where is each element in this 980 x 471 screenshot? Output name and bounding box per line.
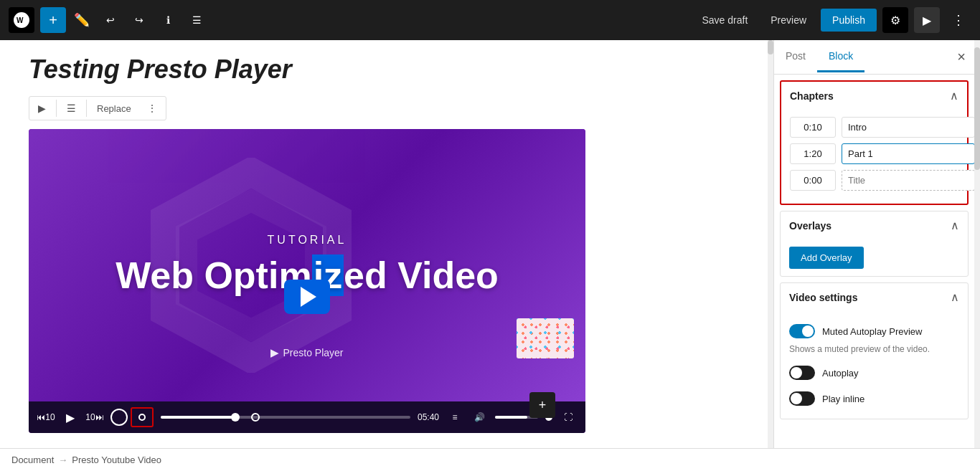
breadcrumb-document[interactable]: Document (11, 455, 54, 465)
wp-logo: W (9, 7, 34, 33)
video-player: TUTORIAL Web Optimized Video ▶ Presto Pl… (29, 129, 585, 433)
play-pause-button[interactable]: ▶ (62, 409, 79, 426)
time-display: 05:40 (418, 412, 439, 422)
chapter-3-title-input[interactable] (842, 170, 974, 191)
rewind-10-button[interactable]: ⏮10 (37, 409, 55, 426)
progress-bar[interactable] (161, 416, 410, 419)
sidebar-tabs: Post Block × (774, 40, 974, 75)
chapter-2-title-input[interactable] (842, 143, 974, 164)
settings-button[interactable]: ⚙ (882, 7, 908, 33)
video-settings-body: Muted Autoplay Preview Shows a muted pre… (781, 311, 968, 419)
add-block-button[interactable]: + (40, 7, 66, 33)
chapter-row-1 (790, 117, 958, 138)
progress-filled (161, 416, 235, 419)
toolbar-separator-2 (86, 100, 87, 117)
editor-scrollbar[interactable] (768, 40, 773, 448)
chapters-panel-header[interactable]: Chapters ∧ (781, 82, 967, 110)
publish-button[interactable]: Publish (821, 9, 877, 32)
chapters-body: + (781, 110, 967, 204)
sidebar-content: Chapters ∧ (774, 75, 974, 448)
tab-post[interactable]: Post (774, 42, 817, 72)
wordpress-icon: W (13, 11, 30, 29)
chapter-row-2 (790, 143, 958, 164)
autoplay-toggle[interactable] (789, 366, 815, 380)
sidebar: Post Block × Chapters ∧ (773, 40, 974, 448)
more-options-button[interactable]: ⋮ (946, 7, 971, 33)
sidebar-close-button[interactable]: × (948, 44, 974, 70)
toolbar-right: Save draft Preview Publish ⚙ ▶ ⋮ (693, 7, 971, 33)
chapter-1-title-input[interactable] (842, 117, 974, 138)
chapter-2-time-input[interactable] (790, 143, 836, 164)
redo-button[interactable]: ↪ (126, 7, 152, 33)
play-inline-row: Play inline (789, 386, 959, 411)
save-draft-button[interactable]: Save draft (693, 10, 756, 30)
autoplay-row: Autoplay (789, 360, 959, 386)
bottom-bar: Document → Presto Youtube Video (0, 448, 980, 471)
preview-button[interactable]: Preview (762, 10, 815, 30)
overlays-toggle-button[interactable]: ∧ (951, 219, 959, 232)
volume-button[interactable]: 🔊 (471, 409, 488, 426)
plugin-button[interactable]: ▶ (914, 7, 940, 33)
overlays-panel-header[interactable]: Overlays ∧ (781, 211, 968, 239)
video-label: TUTORIAL (268, 234, 347, 247)
video-settings-toggle[interactable]: ∧ (951, 290, 959, 304)
video-content: TUTORIAL Web Optimized Video ▶ Presto Pl… (29, 129, 585, 401)
volume-filled (495, 416, 527, 419)
chapter-3-time-input[interactable] (790, 170, 836, 191)
overlays-body: Add Overlay (781, 239, 968, 276)
top-toolbar: W + ✏️ ↩ ↪ ℹ ☰ Save draft Preview Publis… (0, 0, 980, 40)
info-button[interactable]: ℹ (155, 7, 181, 33)
muted-autoplay-sublabel: Shows a muted preview of the video. (789, 344, 959, 360)
video-settings-panel: Video settings ∧ Muted Autoplay Preview … (780, 282, 969, 419)
edit-tool-button[interactable]: ✏️ (69, 7, 95, 33)
muted-autoplay-row: Muted Autoplay Preview (789, 318, 959, 344)
fullscreen-button[interactable]: ⛶ (560, 409, 577, 426)
editor-scrollbar-thumb (768, 40, 773, 54)
play-inline-toggle[interactable] (789, 391, 815, 406)
list-view-button[interactable]: ☰ (184, 7, 209, 33)
more-block-options[interactable]: ⋮ (140, 98, 164, 118)
add-block-bottom-button[interactable]: + (529, 392, 555, 418)
muted-autoplay-label: Muted Autoplay Preview (822, 326, 922, 337)
sidebar-scrollbar-thumb (974, 47, 980, 170)
breadcrumb-separator: → (58, 455, 67, 465)
tab-block[interactable]: Block (817, 42, 864, 72)
chapters-toggle-button[interactable]: ∧ (950, 89, 958, 103)
thumbnail-content (517, 318, 574, 358)
editor-area: Testing Presto Player ▶ ☰ Replace ⋮ TUTO… (0, 40, 768, 448)
forward-10-button[interactable]: 10⏭ (86, 409, 103, 426)
overlays-title: Overlays (789, 220, 831, 232)
chapter-1-time-input[interactable] (790, 117, 836, 138)
play-icon-btn[interactable]: ▶ (31, 98, 53, 118)
play-inline-label: Play inline (822, 394, 864, 404)
chapter-marker-1[interactable] (110, 409, 128, 426)
undo-button[interactable]: ↩ (98, 7, 123, 33)
align-btn[interactable]: ☰ (60, 98, 83, 118)
muted-autoplay-toggle[interactable] (789, 324, 815, 338)
chapter-marker-red[interactable] (131, 407, 154, 427)
sidebar-scrollbar[interactable] (974, 40, 980, 448)
autoplay-label: Autoplay (822, 368, 859, 379)
chapter-row-3: + (790, 170, 958, 191)
thumbnail-preview (517, 318, 574, 358)
block-toolbar: ▶ ☰ Replace ⋮ (29, 96, 166, 120)
play-button[interactable] (284, 280, 330, 314)
video-settings-title: Video settings (789, 292, 857, 303)
breadcrumb-page[interactable]: Presto Youtube Video (72, 455, 161, 465)
chapters-panel: Chapters ∧ (780, 80, 969, 205)
replace-button[interactable]: Replace (90, 99, 138, 118)
svg-text:W: W (17, 16, 24, 24)
video-settings-header[interactable]: Video settings ∧ (781, 283, 968, 311)
toolbar-separator (56, 100, 57, 117)
chapters-list-button[interactable]: ≡ (446, 409, 463, 426)
add-block-bottom-area: + (529, 392, 555, 418)
progress-thumb[interactable] (231, 413, 240, 422)
chapter-marker-progress[interactable] (251, 413, 260, 422)
post-title: Testing Presto Player (29, 54, 739, 85)
presto-branding: ▶ Presto Player (270, 347, 343, 358)
chapters-title: Chapters (790, 90, 834, 102)
main-layout: Testing Presto Player ▶ ☰ Replace ⋮ TUTO… (0, 40, 980, 448)
add-overlay-button[interactable]: Add Overlay (789, 247, 864, 269)
overlays-panel: Overlays ∧ Add Overlay (780, 211, 969, 277)
video-controls: ⏮10 ▶ 10⏭ 05:40 ≡ 🔊 (29, 401, 585, 433)
